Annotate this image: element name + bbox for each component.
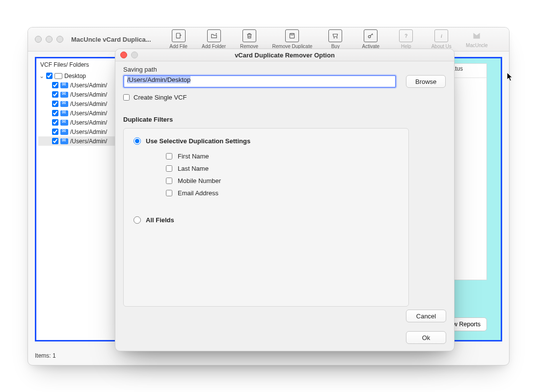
dialog-titlebar: vCard Duplicate Remover Option — [115, 49, 454, 61]
traffic-lights-main[interactable] — [28, 36, 70, 43]
check-last-label: Last Name — [178, 165, 209, 172]
svg-rect-1 — [290, 33, 295, 38]
check-mobile-label: Mobile Number — [178, 177, 221, 184]
options-dialog: vCard Duplicate Remover Option Saving pa… — [115, 49, 455, 351]
check-email[interactable] — [166, 190, 172, 196]
toolbar-activate[interactable]: Activate — [358, 29, 383, 49]
selective-subchecks: First Name Last Name Mobile Number Email… — [134, 152, 399, 198]
check-last-row[interactable]: Last Name — [164, 164, 399, 173]
radio-selective-row[interactable]: Use Selective Duplication Settings — [134, 137, 399, 145]
zoom-dot[interactable] — [56, 36, 63, 43]
tree-root-check[interactable] — [46, 73, 53, 79]
save-icon — [285, 29, 299, 42]
tree-item[interactable]: /Users/Admin/ — [38, 80, 115, 90]
toolbar-label: MacUncle — [466, 43, 487, 48]
folder-plus-icon — [207, 29, 221, 42]
tree-item-label: /Users/Admin/ — [70, 138, 107, 145]
create-single-checkbox[interactable] — [123, 94, 130, 101]
tree-item[interactable]: /Users/Admin/ — [38, 136, 115, 146]
dialog-title: vCard Duplicate Remover Option — [235, 52, 335, 59]
svg-rect-0 — [176, 33, 180, 38]
tree-item-label: /Users/Admin/ — [70, 91, 107, 98]
toolbar-macuncle[interactable]: MacUncle — [464, 29, 489, 49]
minimize-icon — [131, 52, 138, 58]
file-tree[interactable]: ⌄ Desktop /Users/Admin/ /Users/Admin/ /U… — [36, 71, 117, 149]
cart-icon — [328, 29, 342, 42]
vcf-icon — [60, 120, 68, 126]
tree-item-check[interactable] — [52, 119, 58, 126]
tree-pane: VCF Files/ Folders ⌄ Desktop /Users/Admi… — [36, 58, 118, 340]
tree-root-row[interactable]: ⌄ Desktop — [38, 71, 115, 80]
minimize-dot[interactable] — [46, 36, 53, 43]
toolbar-about[interactable]: i About Us — [429, 29, 454, 49]
toolbar-add-file[interactable]: Add File — [166, 29, 191, 49]
close-icon[interactable] — [120, 52, 127, 58]
tree-item-check[interactable] — [52, 129, 58, 135]
svg-rect-2 — [291, 33, 294, 35]
vcf-icon — [60, 138, 68, 144]
tree-item-check[interactable] — [52, 82, 58, 88]
tree-item[interactable]: /Users/Admin/ — [38, 118, 115, 127]
tree-item-check[interactable] — [52, 101, 58, 107]
toolbar-add-folder[interactable]: Add Folder — [202, 29, 226, 49]
tree-item-label: /Users/Admin/ — [70, 119, 107, 126]
ok-button[interactable]: Ok — [406, 331, 446, 344]
traffic-lights-dialog[interactable] — [120, 52, 138, 58]
check-first[interactable] — [166, 153, 172, 159]
vcf-icon — [60, 92, 68, 98]
radio-selective[interactable] — [134, 137, 141, 145]
tree-item[interactable]: /Users/Admin/ — [38, 99, 115, 108]
saving-path-label: Saving path — [123, 66, 446, 73]
svg-point-3 — [369, 35, 371, 38]
vcf-icon — [60, 82, 68, 88]
check-last[interactable] — [166, 165, 172, 172]
saving-path-input[interactable]: /Users/Admin/Desktop — [123, 75, 396, 88]
browse-button[interactable]: Browse — [406, 75, 446, 88]
radio-all[interactable] — [134, 216, 141, 224]
check-first-label: First Name — [178, 153, 209, 160]
help-icon: ? — [399, 29, 413, 42]
vcf-icon — [60, 101, 68, 107]
vcf-icon — [60, 110, 68, 116]
saving-path-value: /Users/Admin/Desktop — [127, 76, 190, 83]
main-titlebar: MacUncle vCard Duplica... Add File Add F… — [28, 27, 509, 52]
create-single-row[interactable]: Create Single VCF — [123, 94, 446, 101]
logo-icon — [470, 29, 483, 41]
toolbar-remove[interactable]: Remove — [237, 29, 262, 49]
check-email-row[interactable]: Email Address — [164, 188, 399, 198]
filters-panel: Use Selective Duplication Settings First… — [123, 128, 409, 307]
trash-icon — [242, 29, 256, 42]
toolbar-buy[interactable]: Buy — [323, 29, 348, 49]
check-mobile[interactable] — [166, 178, 172, 184]
tree-item[interactable]: /Users/Admin/ — [38, 127, 115, 136]
main-window-title: MacUncle vCard Duplica... — [70, 36, 154, 43]
main-toolbar: Add File Add Folder Remove Remove Duplic… — [154, 29, 489, 49]
check-email-label: Email Address — [178, 189, 218, 197]
chevron-down-icon[interactable]: ⌄ — [39, 73, 44, 79]
radio-all-label: All Fields — [146, 216, 174, 224]
toolbar-help[interactable]: ? Help — [394, 29, 418, 49]
key-icon — [364, 29, 377, 42]
tree-item-label: /Users/Admin/ — [70, 101, 107, 107]
create-single-label: Create Single VCF — [134, 94, 187, 101]
dialog-actions: Cancel Ok — [406, 310, 446, 344]
items-footer: Items: 1 — [35, 352, 56, 359]
close-dot[interactable] — [35, 36, 42, 43]
check-first-row[interactable]: First Name — [164, 152, 399, 161]
tree-item-check[interactable] — [52, 138, 58, 144]
tree-item-label: /Users/Admin/ — [70, 110, 107, 117]
radio-selective-label: Use Selective Duplication Settings — [146, 137, 250, 145]
tree-item-check[interactable] — [52, 110, 58, 116]
tree-item-check[interactable] — [52, 91, 58, 98]
tree-header: VCF Files/ Folders — [36, 58, 117, 71]
tree-root-label: Desktop — [64, 73, 86, 79]
radio-all-row[interactable]: All Fields — [134, 216, 399, 224]
toolbar-remove-duplicate[interactable]: Remove Duplicate — [272, 29, 313, 49]
tree-item[interactable]: /Users/Admin/ — [38, 90, 115, 99]
cancel-button[interactable]: Cancel — [406, 310, 446, 322]
tree-item[interactable]: /Users/Admin/ — [38, 108, 115, 118]
desktop-icon — [54, 73, 62, 79]
vcf-icon — [60, 129, 68, 135]
cursor-icon — [507, 72, 513, 82]
check-mobile-row[interactable]: Mobile Number — [164, 176, 399, 185]
